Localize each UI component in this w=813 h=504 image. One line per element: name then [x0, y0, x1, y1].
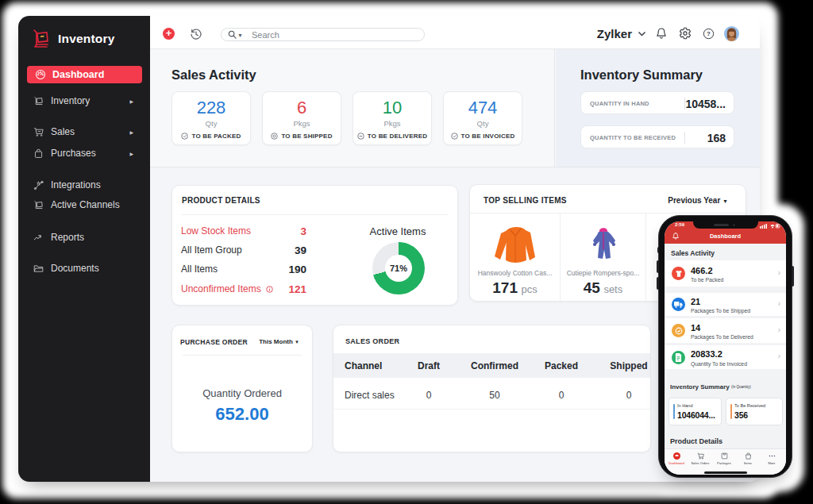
svg-text:?: ?	[707, 30, 711, 37]
